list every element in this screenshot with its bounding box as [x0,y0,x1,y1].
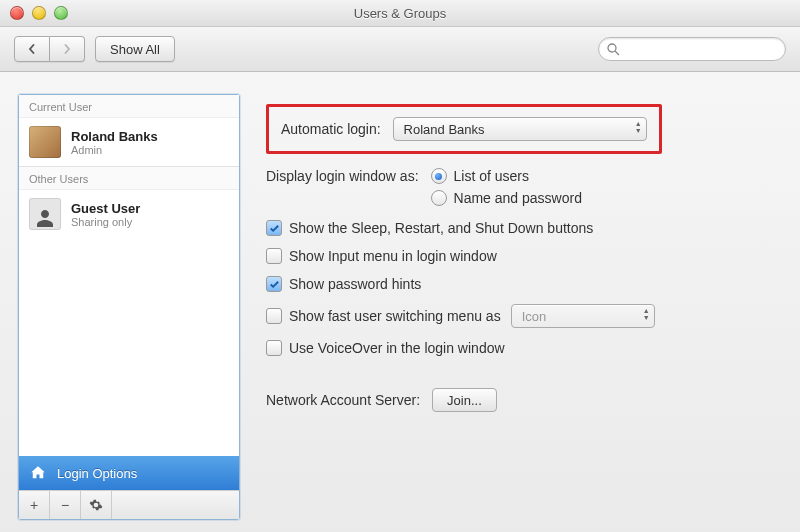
auto-login-label: Automatic login: [281,121,381,137]
svg-point-0 [608,44,616,52]
checkbox-icon [266,340,282,356]
radio-icon [431,190,447,206]
section-header-other: Other Users [19,167,239,190]
section-header-current: Current User [19,95,239,118]
checkbox-options: Show the Sleep, Restart, and Shut Down b… [266,220,774,356]
network-account-row: Network Account Server: Join... [266,388,774,412]
checkbox-label: Show password hints [289,276,421,292]
forward-button[interactable] [50,36,85,62]
radio-name-password[interactable]: Name and password [431,190,582,206]
add-user-button[interactable]: + [19,491,50,519]
search-field[interactable] [598,37,786,61]
join-button[interactable]: Join... [432,388,497,412]
auto-login-row: Automatic login: Roland Banks ▲▼ [266,104,774,154]
user-name: Guest User [71,201,140,216]
toolbar: Show All [0,27,800,72]
user-row-guest[interactable]: Guest User Sharing only [19,190,239,238]
stepper-icon: ▲▼ [643,307,650,321]
nav-segment [14,36,85,62]
content-area: Current User Roland Banks Admin Other Us… [0,72,800,532]
radio-label: Name and password [454,190,582,206]
auto-login-value: Roland Banks [404,122,485,137]
checkbox-label: Show Input menu in login window [289,248,497,264]
window-title: Users & Groups [0,6,800,21]
avatar [29,126,61,158]
sidebar-footer: + − [19,490,239,519]
radio-icon [431,168,447,184]
checkbox-fast-user-switching[interactable]: Show fast user switching menu as [266,308,501,324]
display-login-row: Display login window as: List of users N… [266,168,774,206]
person-icon [33,206,57,230]
user-name: Roland Banks [71,129,158,144]
login-options-item[interactable]: Login Options [19,456,239,490]
user-role: Admin [71,144,158,156]
checkbox-icon [266,276,282,292]
users-sidebar: Current User Roland Banks Admin Other Us… [18,94,240,520]
display-login-label: Display login window as: [266,168,419,184]
checkbox-sleep-restart-shutdown[interactable]: Show the Sleep, Restart, and Shut Down b… [266,220,774,236]
network-account-label: Network Account Server: [266,392,420,408]
fast-user-switching-value: Icon [522,309,547,324]
checkbox-icon [266,220,282,236]
checkbox-password-hints[interactable]: Show password hints [266,276,774,292]
checkbox-label: Use VoiceOver in the login window [289,340,505,356]
display-login-radiogroup: List of users Name and password [431,168,582,206]
users-list: Current User Roland Banks Admin Other Us… [19,95,239,456]
checkbox-fast-user-switching-row: Show fast user switching menu as Icon ▲▼ [266,304,774,328]
checkbox-label: Show fast user switching menu as [289,308,501,324]
checkbox-label: Show the Sleep, Restart, and Shut Down b… [289,220,593,236]
users-groups-window: Users & Groups Show All Current User R [0,0,800,532]
fast-user-switching-popup[interactable]: Icon ▲▼ [511,304,655,328]
show-all-button[interactable]: Show All [95,36,175,62]
login-options-label: Login Options [57,466,137,481]
house-icon [29,464,47,482]
search-icon [607,43,620,56]
highlight-box: Automatic login: Roland Banks ▲▼ [266,104,662,154]
chevron-left-icon [27,44,37,54]
radio-label: List of users [454,168,529,184]
search-input[interactable] [624,41,777,57]
remove-user-button[interactable]: − [50,491,81,519]
user-row-current[interactable]: Roland Banks Admin [19,118,239,166]
user-role: Sharing only [71,216,140,228]
svg-line-1 [615,51,619,55]
checkbox-voiceover[interactable]: Use VoiceOver in the login window [266,340,774,356]
settings-panel: Automatic login: Roland Banks ▲▼ Display… [258,94,782,520]
titlebar: Users & Groups [0,0,800,27]
gear-icon [89,498,103,512]
checkbox-input-menu[interactable]: Show Input menu in login window [266,248,774,264]
action-menu-button[interactable] [81,491,112,519]
checkbox-icon [266,308,282,324]
guest-avatar [29,198,61,230]
checkbox-icon [266,248,282,264]
auto-login-popup[interactable]: Roland Banks ▲▼ [393,117,647,141]
radio-list-of-users[interactable]: List of users [431,168,582,184]
chevron-right-icon [62,44,72,54]
stepper-icon: ▲▼ [635,120,642,134]
back-button[interactable] [14,36,50,62]
